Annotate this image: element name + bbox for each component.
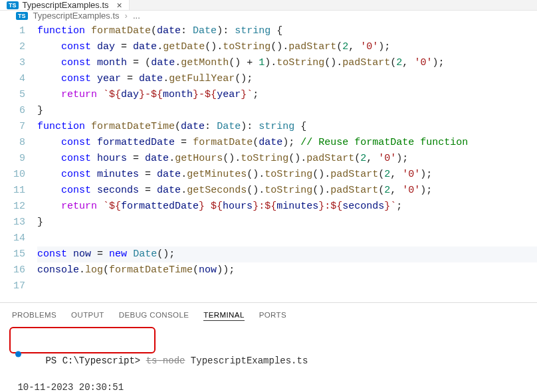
code-line: }: [37, 103, 537, 119]
line-number: 3: [0, 55, 25, 71]
line-number: 6: [0, 103, 25, 119]
line-number: 9: [0, 151, 25, 167]
close-icon[interactable]: ×: [117, 1, 122, 10]
code-line: const now = new Date();: [37, 246, 537, 262]
tab-filename: TypescriptExamples.ts: [23, 0, 109, 10]
terminal-command-struck: ts-node: [146, 355, 185, 366]
terminal[interactable]: PS C:\Typescript> ts-node TypescriptExam…: [0, 326, 537, 392]
editor-tab-typescriptexamples[interactable]: TS TypescriptExamples.ts ×: [0, 0, 130, 10]
line-number: 2: [0, 39, 25, 55]
bottom-panel: PROBLEMS OUTPUT DEBUG CONSOLE TERMINAL P…: [0, 302, 537, 392]
code-line: const day = date.getDate().toString().pa…: [37, 39, 537, 55]
code-line: function formatDateTime(date: Date): str…: [37, 119, 537, 135]
code-line: const hours = date.getHours().toString()…: [37, 151, 537, 167]
line-number: 10: [0, 167, 25, 183]
terminal-prompt: PS C:\Typescript>: [45, 355, 140, 366]
line-number: 12: [0, 199, 25, 215]
breadcrumb-filename[interactable]: TypescriptExamples.ts: [33, 11, 120, 21]
terminal-output: 10-11-2023 20:30:51: [17, 382, 124, 392]
code-content[interactable]: function formatDate(date: Date): string …: [37, 23, 537, 294]
tab-debug-console[interactable]: DEBUG CONSOLE: [119, 310, 189, 321]
terminal-command-rest: TypescriptExamples.ts: [185, 355, 308, 366]
line-number: 4: [0, 71, 25, 87]
breadcrumb: TS TypescriptExamples.ts › ...: [0, 11, 537, 21]
code-line: const minutes = date.getMinutes().toStri…: [37, 167, 537, 183]
code-line: }: [37, 215, 537, 231]
breadcrumb-more[interactable]: ...: [133, 11, 140, 21]
code-line: const formattedDate = formatDate(date); …: [37, 135, 537, 151]
editor-tabs-bar: TS TypescriptExamples.ts ×: [0, 0, 537, 11]
tab-problems[interactable]: PROBLEMS: [12, 310, 56, 321]
line-number-gutter: 1 2 3 4 5 6 7 8 9 10 11 12 13 14 15 16 1…: [0, 23, 37, 294]
line-number: 8: [0, 135, 25, 151]
code-line: const year = date.getFullYear();: [37, 71, 537, 87]
tab-output[interactable]: OUTPUT: [71, 310, 104, 321]
line-number: 11: [0, 183, 25, 199]
code-editor[interactable]: 1 2 3 4 5 6 7 8 9 10 11 12 13 14 15 16 1…: [0, 21, 537, 302]
typescript-icon: TS: [7, 1, 19, 9]
line-number: 14: [0, 231, 25, 246]
terminal-line: 10-11-2023 20:30:51: [12, 381, 537, 392]
line-number: 17: [0, 278, 25, 294]
code-line: [37, 278, 537, 294]
line-number: 16: [0, 262, 25, 278]
terminal-line: PS C:\Typescript> ts-node TypescriptExam…: [12, 328, 537, 381]
line-number: 7: [0, 119, 25, 135]
code-line: const month = (date.getMonth() + 1).toSt…: [37, 55, 537, 71]
line-number: 1: [0, 23, 25, 39]
line-number: 13: [0, 215, 25, 231]
chevron-right-icon: ›: [125, 11, 128, 21]
code-line: return `${day}-${month}-${year}`;: [37, 87, 537, 103]
panel-tabs: PROBLEMS OUTPUT DEBUG CONSOLE TERMINAL P…: [0, 307, 537, 326]
terminal-status-icon: [15, 351, 21, 357]
code-line: [37, 231, 537, 246]
line-number: 5: [0, 87, 25, 103]
code-line: const seconds = date.getSeconds().toStri…: [37, 183, 537, 199]
tab-terminal[interactable]: TERMINAL: [203, 310, 244, 321]
code-line: return `${formattedDate} ${hours}:${minu…: [37, 199, 537, 215]
tab-ports[interactable]: PORTS: [259, 310, 286, 321]
code-line: function formatDate(date: Date): string …: [37, 23, 537, 39]
typescript-icon: TS: [16, 12, 28, 20]
code-line: console.log(formatDateTime(now));: [37, 262, 537, 278]
line-number: 15: [0, 246, 25, 262]
